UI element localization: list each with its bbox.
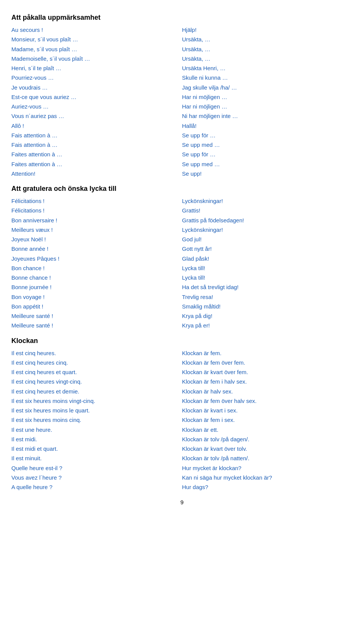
section3-columns: Il est cinq heures.Il est cinq heures ci… bbox=[11, 349, 353, 492]
page-number: 9 bbox=[11, 499, 353, 505]
list-item: Bonne journée ! bbox=[11, 283, 182, 291]
section-gratulera: Att gratulera och önska lycka till Félic… bbox=[11, 185, 353, 330]
list-item: Ha det så trevligt idag! bbox=[182, 283, 353, 291]
list-item: Il est minuit. bbox=[11, 454, 182, 463]
list-item: Meilleurs væux ! bbox=[11, 225, 182, 234]
list-item: Krya på dig! bbox=[182, 312, 353, 320]
list-item: Mademoiselle, s´il vous plaît … bbox=[11, 54, 182, 63]
list-item: Pourriez-vous … bbox=[11, 73, 182, 82]
list-item: Félicitations ! bbox=[11, 197, 182, 205]
list-item: Attention! bbox=[11, 169, 182, 178]
list-item: Allô ! bbox=[11, 121, 182, 130]
list-item: Il est cinq heures cinq. bbox=[11, 358, 182, 367]
list-item: Se upp! bbox=[182, 169, 353, 178]
list-item: Skulle ni kunna … bbox=[182, 73, 353, 82]
list-item: Se upp för … bbox=[182, 131, 353, 140]
list-item: Monsieur, s´il vous plaît … bbox=[11, 35, 182, 44]
list-item: Meilleure santé ! bbox=[11, 312, 182, 320]
list-item: Ni har möjligen inte … bbox=[182, 112, 353, 120]
list-item: Klockan är tolv /på natten/. bbox=[182, 454, 353, 463]
section2-left-col: Félicitations !Félicitations !Bon annive… bbox=[11, 197, 182, 330]
list-item: Quelle heure est-il ? bbox=[11, 464, 182, 472]
list-item: Il est cinq heures. bbox=[11, 349, 182, 357]
list-item: A quelle heure ? bbox=[11, 483, 182, 491]
list-item: Klockan är halv sex. bbox=[182, 387, 353, 396]
list-item: Faites attention à … bbox=[11, 150, 182, 159]
list-item: Klockan är tolv /på dagen/. bbox=[182, 435, 353, 444]
list-item: Il est six heures moins le quart. bbox=[11, 406, 182, 415]
list-item: Hur dags? bbox=[182, 483, 353, 491]
list-item: Il est six heures moins vingt-cinq. bbox=[11, 397, 182, 405]
list-item: Hur mycket är klockan? bbox=[182, 464, 353, 472]
list-item: Grattis på födelsedagen! bbox=[182, 216, 353, 225]
list-item: Vous n´auriez pas … bbox=[11, 112, 182, 120]
list-item: Fais attention à … bbox=[11, 131, 182, 140]
section-klockan: Klockan Il est cinq heures.Il est cinq h… bbox=[11, 337, 353, 492]
list-item: Krya på er! bbox=[182, 321, 353, 330]
list-item: Gott nytt år! bbox=[182, 244, 353, 253]
list-item: Lyckönskningar! bbox=[182, 225, 353, 234]
list-item: Félicitations ! bbox=[11, 206, 182, 215]
list-item: Madame, s´il vous plaît … bbox=[11, 45, 182, 54]
list-item: Bon anniversaire ! bbox=[11, 216, 182, 225]
list-item: Ursäkta, … bbox=[182, 45, 353, 54]
section1-right-col: Hjälp!Ursäkta, …Ursäkta, …Ursäkta, …Ursä… bbox=[182, 25, 353, 178]
list-item: Je voudrais … bbox=[11, 83, 182, 92]
list-item: Klockan är fem i sex. bbox=[182, 415, 353, 424]
list-item: Lycka till! bbox=[182, 264, 353, 272]
list-item: Glad påsk! bbox=[182, 254, 353, 263]
list-item: Klockan är fem över halv sex. bbox=[182, 397, 353, 405]
section-attention: Att påkalla uppmärksamhet Au secours !Mo… bbox=[11, 14, 353, 178]
list-item: Klockan är kvart över fem. bbox=[182, 368, 353, 376]
list-item: Klockan är fem över fem. bbox=[182, 358, 353, 367]
section1-heading: Att påkalla uppmärksamhet bbox=[11, 14, 353, 22]
list-item: Klockan är kvart över tolv. bbox=[182, 444, 353, 453]
list-item: Se upp med … bbox=[182, 140, 353, 149]
list-item: Grattis! bbox=[182, 206, 353, 215]
list-item: Ursäkta, … bbox=[182, 35, 353, 44]
list-item: Il est une heure. bbox=[11, 425, 182, 434]
list-item: Hallå! bbox=[182, 121, 353, 130]
list-item: Bon voyage ! bbox=[11, 293, 182, 301]
list-item: Har ni möjligen … bbox=[182, 93, 353, 101]
list-item: Il est midi. bbox=[11, 435, 182, 444]
list-item: Au secours ! bbox=[11, 25, 182, 34]
list-item: Vous avez l´heure ? bbox=[11, 473, 182, 482]
list-item: God jul! bbox=[182, 235, 353, 244]
list-item: Ursäkta Henri, … bbox=[182, 64, 353, 72]
list-item: Bon chance ! bbox=[11, 264, 182, 272]
list-item: Joyeuxes Pâques ! bbox=[11, 254, 182, 263]
list-item: Faites attention à … bbox=[11, 160, 182, 168]
list-item: Bon appétit ! bbox=[11, 302, 182, 311]
list-item: Klockan är fem i halv sex. bbox=[182, 377, 353, 386]
list-item: Fais attention à … bbox=[11, 140, 182, 149]
list-item: Auriez-vous … bbox=[11, 102, 182, 111]
list-item: Il est six heures moins cinq. bbox=[11, 415, 182, 424]
list-item: Joyeux Noël ! bbox=[11, 235, 182, 244]
list-item: Bonne année ! bbox=[11, 244, 182, 253]
list-item: Jag skulle vilja /ha/ … bbox=[182, 83, 353, 92]
section1-columns: Au secours !Monsieur, s´il vous plaît …M… bbox=[11, 25, 353, 178]
list-item: Il est cinq heures et quart. bbox=[11, 368, 182, 376]
list-item: Il est midi et quart. bbox=[11, 444, 182, 453]
list-item: Meilleure santé ! bbox=[11, 321, 182, 330]
list-item: Trevlig resa! bbox=[182, 293, 353, 301]
section2-right-col: Lyckönskningar!Grattis!Grattis på födels… bbox=[182, 197, 353, 330]
list-item: Henri, s´il te plaît … bbox=[11, 64, 182, 72]
list-item: Kan ni säga hur mycket klockan är? bbox=[182, 473, 353, 482]
section3-left-col: Il est cinq heures.Il est cinq heures ci… bbox=[11, 349, 182, 492]
section2-heading: Att gratulera och önska lycka till bbox=[11, 185, 353, 193]
list-item: Bonne chance ! bbox=[11, 273, 182, 282]
list-item: Klockan är ett. bbox=[182, 425, 353, 434]
list-item: Il est cinq heures vingt-cinq. bbox=[11, 377, 182, 386]
list-item: Klockan är kvart i sex. bbox=[182, 406, 353, 415]
list-item: Lyckönskningar! bbox=[182, 197, 353, 205]
list-item: Klockan är fem. bbox=[182, 349, 353, 357]
list-item: Har ni möjligen … bbox=[182, 102, 353, 111]
section3-right-col: Klockan är fem.Klockan är fem över fem.K… bbox=[182, 349, 353, 492]
list-item: Lycka till! bbox=[182, 273, 353, 282]
section1-left-col: Au secours !Monsieur, s´il vous plaît …M… bbox=[11, 25, 182, 178]
list-item: Se upp med … bbox=[182, 160, 353, 168]
section3-heading: Klockan bbox=[11, 337, 353, 345]
list-item: Il est cinq heures et demie. bbox=[11, 387, 182, 396]
